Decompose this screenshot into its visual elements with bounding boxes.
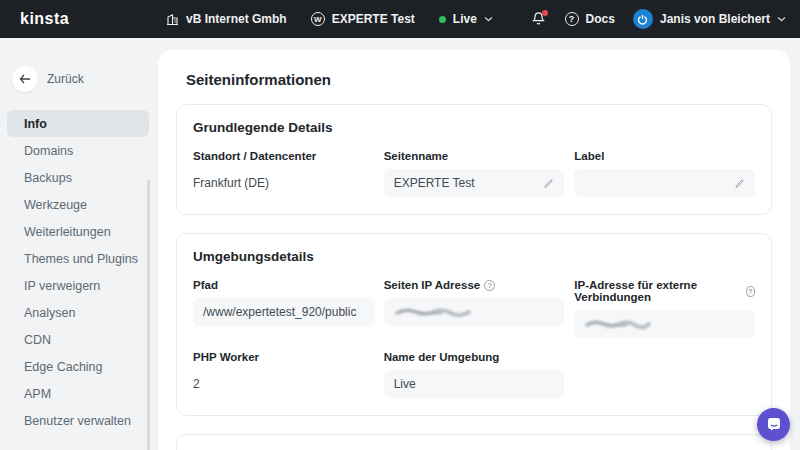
top-bar: Kinsta vB Internet Gmbh W EXPERTE Test L…	[0, 0, 800, 38]
docs-button[interactable]: ? Docs	[565, 12, 615, 26]
notification-badge	[542, 10, 548, 16]
field-value: /www/expertetest_920/public	[203, 305, 356, 319]
field-label: Standort / Datencenter	[193, 150, 374, 162]
help-icon: ?	[565, 12, 579, 26]
field-value: Frankfurt (DE)	[193, 169, 374, 190]
sidebar-scrollbar[interactable]	[147, 180, 150, 450]
field-label: Seitenname	[384, 150, 565, 162]
field-environment-name: Name der Umgebung Live	[384, 351, 565, 398]
field-label: IP-Adresse für externe Verbindungen	[574, 279, 741, 303]
redacted-ip-value	[394, 306, 480, 318]
label-input[interactable]	[574, 169, 755, 197]
field-value: EXPERTE Test	[394, 176, 475, 190]
docs-label: Docs	[586, 12, 615, 26]
external-ip-value-box	[574, 310, 755, 338]
field-spacer	[574, 351, 755, 398]
field-label: PHP Worker	[193, 351, 374, 363]
field-label-tag: Label	[574, 150, 755, 197]
card-title: Umgebungsdetails	[193, 249, 755, 264]
field-value: 2	[193, 370, 374, 391]
kinsta-logo[interactable]: Kinsta	[20, 10, 69, 28]
sidebar: Zurück InfoDomainsBackupsWerkzeugeWeiter…	[0, 38, 158, 450]
main-panel: Seiteninformationen Grundlegende Details…	[158, 50, 790, 450]
chat-launcher-button[interactable]	[757, 408, 790, 441]
wordpress-icon: W	[311, 12, 325, 26]
sidebar-item-info[interactable]: Info	[7, 110, 149, 137]
sidebar-item-edge-caching[interactable]: Edge Caching	[7, 353, 149, 380]
sidebar-item-domains[interactable]: Domains	[7, 137, 149, 164]
site-switcher[interactable]: W EXPERTE Test	[311, 12, 415, 26]
site-name: EXPERTE Test	[332, 12, 415, 26]
site-name-input[interactable]: EXPERTE Test	[384, 169, 565, 197]
field-label: Label	[574, 150, 755, 162]
redacted-ip-value	[584, 318, 654, 330]
sidebar-item-ip-verweigern[interactable]: IP verweigern	[7, 272, 149, 299]
user-menu[interactable]: Janis von Bleichert	[633, 9, 786, 29]
environment-name: Live	[453, 12, 477, 26]
sidebar-item-themes-und-plugins[interactable]: Themes und Plugins	[7, 245, 149, 272]
arrow-left-icon	[12, 66, 38, 92]
back-button[interactable]: Zurück	[12, 66, 158, 92]
sidebar-nav: InfoDomainsBackupsWerkzeugeWeiterleitung…	[0, 110, 158, 434]
company-name: vB Internet Gmbh	[186, 12, 287, 26]
sidebar-item-apm[interactable]: APM	[7, 380, 149, 407]
field-label: Name der Umgebung	[384, 351, 565, 363]
info-icon[interactable]: ?	[746, 286, 755, 297]
pencil-icon[interactable]	[734, 178, 745, 189]
sidebar-item-weiterleitungen[interactable]: Weiterleitungen	[7, 218, 149, 245]
chat-icon	[766, 417, 782, 432]
sftp-ssh-card: SFTP/SSH Mehr erfahren ?	[176, 434, 772, 450]
basic-details-card: Grundlegende Details Standort / Datencen…	[176, 104, 772, 215]
chevron-down-icon	[484, 16, 493, 22]
topbar-right: ? Docs Janis von Bleichert	[531, 9, 786, 29]
back-label: Zurück	[47, 72, 84, 86]
card-title: Grundlegende Details	[193, 120, 755, 135]
info-icon[interactable]: ?	[484, 280, 495, 291]
sidebar-item-cdn[interactable]: CDN	[7, 326, 149, 353]
site-ip-value-box	[384, 298, 565, 326]
field-label: Seiten IP Adresse	[384, 279, 481, 291]
live-status-dot	[439, 16, 446, 23]
environment-name-box: Live	[384, 370, 565, 398]
power-icon	[637, 14, 648, 25]
field-site-name: Seitenname EXPERTE Test	[384, 150, 565, 197]
company-switcher[interactable]: vB Internet Gmbh	[166, 12, 287, 26]
field-site-ip: Seiten IP Adresse ?	[384, 279, 565, 338]
field-external-ip: IP-Adresse für externe Verbindungen ?	[574, 279, 755, 338]
page-title: Seiteninformationen	[186, 71, 790, 88]
environment-switcher[interactable]: Live	[439, 12, 493, 26]
user-name: Janis von Bleichert	[660, 12, 770, 26]
field-php-workers: PHP Worker 2	[193, 351, 374, 398]
sidebar-item-backups[interactable]: Backups	[7, 164, 149, 191]
path-value-box: /www/expertetest_920/public	[193, 298, 374, 326]
avatar	[633, 9, 653, 29]
sidebar-item-analysen[interactable]: Analysen	[7, 299, 149, 326]
environment-details-card: Umgebungsdetails Pfad /www/expertetest_9…	[176, 233, 772, 416]
sidebar-item-werkzeuge[interactable]: Werkzeuge	[7, 191, 149, 218]
context-switcher: vB Internet Gmbh W EXPERTE Test Live	[166, 12, 493, 26]
field-value: Live	[394, 377, 416, 391]
field-label: Pfad	[193, 279, 374, 291]
chevron-down-icon	[777, 16, 786, 22]
field-path: Pfad /www/expertetest_920/public	[193, 279, 374, 338]
company-icon	[166, 13, 179, 26]
notifications-button[interactable]	[531, 11, 547, 28]
field-location: Standort / Datencenter Frankfurt (DE)	[193, 150, 374, 197]
sidebar-item-benutzer-verwalten[interactable]: Benutzer verwalten	[7, 407, 149, 434]
pencil-icon[interactable]	[543, 178, 554, 189]
